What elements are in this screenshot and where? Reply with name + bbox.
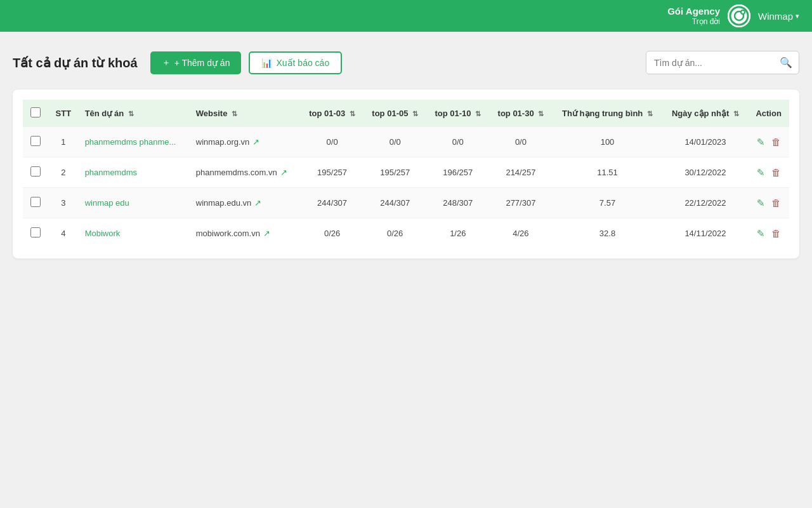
logo bbox=[728, 4, 750, 27]
website-text: mobiwork.com.vn bbox=[196, 229, 260, 238]
delete-button[interactable]: 🗑 bbox=[771, 228, 781, 239]
header-top0105[interactable]: top 01-05 ⇅ bbox=[363, 100, 426, 127]
row-checkbox-cell[interactable] bbox=[23, 157, 48, 188]
search-icon: 🔍 bbox=[780, 57, 792, 68]
row-website: winmap.edu.vn ↗ bbox=[190, 188, 301, 218]
chevron-down-icon: ▾ bbox=[796, 12, 799, 20]
logo-icon bbox=[728, 4, 750, 27]
header-top0110[interactable]: top 01-10 ⇅ bbox=[426, 100, 489, 127]
export-button[interactable]: 📊 Xuất báo cáo bbox=[249, 51, 342, 74]
row-top0105: 244/307 bbox=[363, 188, 426, 218]
row-updated: 14/01/2023 bbox=[663, 127, 749, 157]
header-plan: Gói Agency Trọn đời bbox=[667, 6, 720, 26]
action-buttons: ✎ 🗑 bbox=[754, 167, 783, 178]
row-top0103: 0/0 bbox=[301, 127, 363, 157]
projects-table: STT Tên dự án ⇅ Website ⇅ top 01-03 ⇅ to… bbox=[23, 100, 789, 248]
row-top0110: 248/307 bbox=[426, 188, 489, 218]
row-checkbox-cell[interactable] bbox=[23, 127, 48, 157]
row-action: ✎ 🗑 bbox=[748, 127, 789, 157]
row-name[interactable]: Mobiwork bbox=[79, 218, 190, 249]
external-link-icon[interactable]: ↗ bbox=[252, 137, 259, 147]
sort-updated-icon: ⇅ bbox=[733, 110, 739, 117]
delete-button[interactable]: 🗑 bbox=[771, 137, 781, 147]
add-icon: ＋ bbox=[162, 57, 171, 69]
table-body: 1 phanmemdms phanme... winmap.org.vn ↗ 0… bbox=[23, 127, 789, 248]
export-icon: 📊 bbox=[261, 58, 272, 68]
sort-top0110-icon: ⇅ bbox=[475, 110, 481, 117]
select-all-checkbox[interactable] bbox=[30, 107, 41, 117]
project-name-link[interactable]: phanmemdms phanme... bbox=[85, 137, 176, 147]
search-button[interactable]: 🔍 bbox=[773, 51, 799, 74]
sort-rank-icon: ⇅ bbox=[647, 110, 653, 117]
external-link-icon[interactable]: ↗ bbox=[254, 198, 261, 208]
header-stt: STT bbox=[48, 100, 79, 127]
external-link-icon[interactable]: ↗ bbox=[263, 229, 270, 238]
row-updated: 22/12/2022 bbox=[663, 188, 749, 218]
edit-button[interactable]: ✎ bbox=[757, 137, 765, 148]
row-top0130: 277/307 bbox=[489, 188, 552, 218]
search-input[interactable] bbox=[646, 53, 773, 73]
header: Gói Agency Trọn đời Winmap ▾ bbox=[0, 0, 812, 32]
website-text: winmap.org.vn bbox=[196, 137, 250, 147]
action-buttons: ✎ 🗑 bbox=[754, 197, 783, 209]
project-name-link[interactable]: winmap edu bbox=[85, 198, 129, 208]
edit-button[interactable]: ✎ bbox=[757, 197, 765, 209]
delete-button[interactable]: 🗑 bbox=[771, 167, 781, 178]
row-website: mobiwork.com.vn ↗ bbox=[190, 218, 301, 249]
website-link-container: mobiwork.com.vn ↗ bbox=[196, 229, 294, 238]
row-action: ✎ 🗑 bbox=[748, 188, 789, 218]
delete-button[interactable]: 🗑 bbox=[771, 197, 781, 208]
header-row: STT Tên dự án ⇅ Website ⇅ top 01-03 ⇅ to… bbox=[23, 100, 789, 127]
row-top0110: 196/257 bbox=[426, 157, 489, 188]
header-rank-avg[interactable]: Thứ hạng trung bình ⇅ bbox=[552, 100, 662, 127]
header-checkbox[interactable] bbox=[23, 100, 48, 127]
row-checkbox[interactable] bbox=[30, 136, 41, 146]
plan-sub: Trọn đời bbox=[667, 17, 720, 26]
header-top0103[interactable]: top 01-03 ⇅ bbox=[301, 100, 363, 127]
row-updated: 14/11/2022 bbox=[663, 218, 749, 249]
row-top0105: 0/0 bbox=[363, 127, 426, 157]
header-updated[interactable]: Ngày cập nhật ⇅ bbox=[663, 100, 749, 127]
row-website: winmap.org.vn ↗ bbox=[190, 127, 301, 157]
row-checkbox[interactable] bbox=[30, 197, 41, 207]
website-link-container: phanmemdms.com.vn ↗ bbox=[196, 168, 294, 177]
project-name-link[interactable]: Mobiwork bbox=[85, 229, 121, 238]
add-project-button[interactable]: ＋ + Thêm dự án bbox=[150, 51, 242, 74]
row-top0130: 4/26 bbox=[489, 218, 552, 249]
action-buttons: ✎ 🗑 bbox=[754, 228, 783, 239]
header-right: Gói Agency Trọn đời Winmap ▾ bbox=[667, 4, 799, 27]
edit-button[interactable]: ✎ bbox=[757, 228, 765, 239]
row-checkbox-cell[interactable] bbox=[23, 188, 48, 218]
row-name[interactable]: phanmemdms phanme... bbox=[79, 127, 190, 157]
export-label: Xuất báo cáo bbox=[276, 58, 329, 68]
table-row: 2 phanmemdms phanmemdms.com.vn ↗ 195/257… bbox=[23, 157, 789, 188]
website-link-container: winmap.org.vn ↗ bbox=[196, 137, 294, 147]
svg-point-4 bbox=[742, 11, 744, 13]
row-rank-avg: 7.57 bbox=[552, 188, 662, 218]
row-top0105: 195/257 bbox=[363, 157, 426, 188]
user-menu[interactable]: Winmap ▾ bbox=[758, 11, 799, 22]
table-container: STT Tên dự án ⇅ Website ⇅ top 01-03 ⇅ to… bbox=[13, 90, 799, 258]
row-checkbox-cell[interactable] bbox=[23, 218, 48, 249]
header-name[interactable]: Tên dự án ⇅ bbox=[79, 100, 190, 127]
project-name-link[interactable]: phanmemdms bbox=[85, 168, 137, 177]
row-top0103: 0/26 bbox=[301, 218, 363, 249]
user-name: Winmap bbox=[758, 11, 793, 22]
row-top0110: 0/0 bbox=[426, 127, 489, 157]
row-checkbox[interactable] bbox=[30, 166, 41, 177]
edit-button[interactable]: ✎ bbox=[757, 167, 765, 178]
website-text: phanmemdms.com.vn bbox=[196, 168, 277, 177]
header-website[interactable]: Website ⇅ bbox=[190, 100, 301, 127]
page-title: Tất cả dự án từ khoá bbox=[13, 55, 138, 70]
row-checkbox[interactable] bbox=[30, 227, 41, 237]
external-link-icon[interactable]: ↗ bbox=[280, 168, 287, 177]
header-top0130[interactable]: top 01-30 ⇅ bbox=[489, 100, 552, 127]
row-top0105: 0/26 bbox=[363, 218, 426, 249]
row-name[interactable]: winmap edu bbox=[79, 188, 190, 218]
row-name[interactable]: phanmemdms bbox=[79, 157, 190, 188]
table-row: 1 phanmemdms phanme... winmap.org.vn ↗ 0… bbox=[23, 127, 789, 157]
table-row: 4 Mobiwork mobiwork.com.vn ↗ 0/26 0/26 1… bbox=[23, 218, 789, 249]
row-stt: 3 bbox=[48, 188, 79, 218]
row-top0103: 244/307 bbox=[301, 188, 363, 218]
row-top0130: 0/0 bbox=[489, 127, 552, 157]
